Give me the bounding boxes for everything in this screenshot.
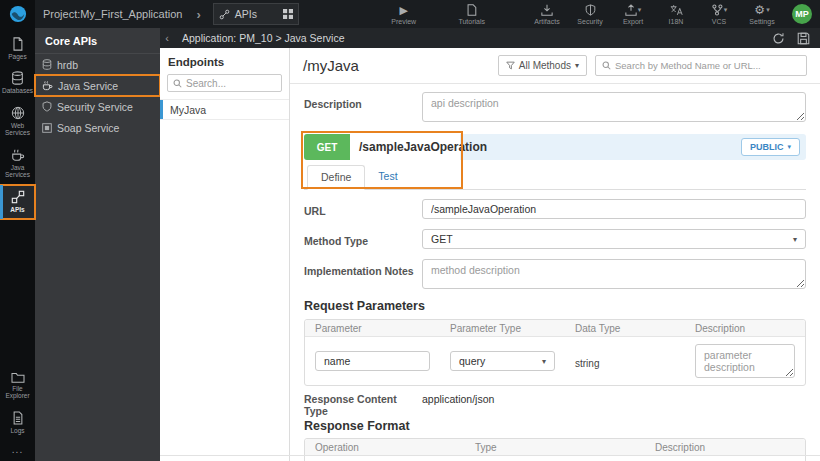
shield-icon	[585, 4, 596, 17]
api-icon	[219, 9, 230, 20]
url-input[interactable]	[422, 199, 806, 219]
tab-define[interactable]: Define	[307, 165, 365, 190]
security-label: Security	[577, 18, 602, 25]
endpoint-label: MyJava	[170, 104, 206, 116]
service-item-security-service[interactable]: Security Service	[35, 96, 160, 117]
endpoint-item-myjava[interactable]: MyJava	[160, 99, 289, 120]
save-icon[interactable]	[797, 32, 810, 45]
parameter-name-input[interactable]	[315, 351, 430, 371]
topbar-right-actions: Artifacts Security ▾ Export I18N	[530, 4, 820, 25]
parameter-type-select[interactable]: query ▾	[450, 351, 555, 371]
visibility-dropdown[interactable]: PUBLIC ▾	[741, 138, 800, 156]
apis-label: APIs	[10, 206, 24, 213]
data-type-value: string	[575, 353, 599, 369]
service-label: Security Service	[57, 101, 133, 113]
operation-tabs: Define Test	[304, 165, 806, 190]
project-name[interactable]: Project:My_First_Application	[43, 8, 182, 20]
preview-label: Preview	[391, 18, 416, 25]
operation-form: Description GET /sampleJavaOperation	[290, 84, 820, 461]
preview-button[interactable]: ▶ Preview	[387, 4, 421, 25]
description-textarea[interactable]	[422, 92, 806, 122]
folder-icon	[11, 371, 25, 383]
top-bar: Project:My_First_Application › APIs ▶ Pr…	[0, 0, 820, 28]
chevron-down-icon: ▾	[724, 4, 728, 16]
i18n-button[interactable]: I18N	[659, 4, 693, 25]
column-header: Operation	[305, 442, 465, 453]
table-header-row: Operation Type Description	[305, 439, 805, 456]
column-header: Data Type	[565, 323, 685, 334]
api-icon	[11, 190, 25, 204]
tab-apis[interactable]: APIs	[213, 3, 299, 25]
operation-path[interactable]: /sampleJavaOperation	[350, 134, 460, 160]
collapse-sidebar-icon[interactable]: ‹	[160, 32, 174, 44]
sidebar-item-logs[interactable]: Logs	[0, 406, 35, 440]
settings-label: Settings	[749, 18, 774, 25]
response-format-title: Response Format	[304, 419, 806, 433]
services-sidebar: Core APIs hrdb Java Service Security Ser…	[35, 28, 160, 461]
column-header: Description	[685, 323, 805, 334]
tutorials-label: Tutorials	[458, 18, 485, 25]
method-badge[interactable]: GET	[304, 134, 350, 160]
service-item-java-service[interactable]: Java Service	[35, 75, 160, 96]
app-logo[interactable]	[0, 0, 35, 28]
table-row: sampleJavaOperation string No descriptio…	[305, 456, 805, 461]
methods-filter-label: All Methods	[519, 60, 571, 71]
page-icon	[11, 37, 24, 51]
tutorials-button[interactable]: Tutorials	[455, 4, 489, 25]
chevron-down-icon: ▾	[793, 235, 797, 244]
sidebar-item-databases[interactable]: Databases	[0, 66, 35, 100]
tab-test[interactable]: Test	[365, 165, 410, 189]
service-label: Java Service	[58, 80, 118, 92]
vcs-label: VCS	[712, 18, 726, 25]
service-item-hrdb[interactable]: hrdb	[35, 54, 160, 75]
endpoints-search-input[interactable]	[186, 78, 276, 89]
tutorials-icon	[466, 4, 477, 17]
grid-icon[interactable]	[283, 9, 293, 19]
method-type-select[interactable]: GET ▾	[422, 229, 806, 249]
methods-filter-dropdown[interactable]: All Methods ▾	[498, 55, 587, 76]
topbar-center-actions: ▶ Preview Tutorials	[387, 4, 489, 25]
filter-icon	[506, 61, 515, 70]
chevron-right-icon: ›	[196, 7, 200, 22]
chevron-down-icon: ▾	[787, 143, 791, 151]
artifacts-button[interactable]: Artifacts	[530, 4, 564, 25]
app-window: Project:My_First_Application › APIs ▶ Pr…	[0, 0, 820, 461]
chevron-down-icon: ▾	[575, 61, 579, 70]
sidebar-item-file-explorer[interactable]: File Explorer	[0, 366, 35, 406]
more-options-button[interactable]: ...	[0, 440, 35, 461]
shield-icon	[42, 101, 52, 112]
user-avatar[interactable]: MP	[792, 4, 812, 24]
vcs-button[interactable]: ▾ VCS	[702, 4, 736, 25]
tab-apis-label: APIs	[235, 8, 278, 20]
security-button[interactable]: Security	[573, 4, 607, 25]
globe-icon	[11, 106, 25, 120]
sidebar-item-web-services[interactable]: Web Services	[0, 101, 35, 143]
log-icon	[12, 411, 24, 425]
implementation-notes-label: Implementation Notes	[304, 259, 422, 291]
method-search-input[interactable]	[615, 60, 800, 71]
response-content-type-value: application/json	[422, 393, 494, 417]
export-button[interactable]: ▾ Export	[616, 4, 650, 25]
service-item-soap-service[interactable]: Soap Service	[35, 117, 160, 138]
soap-icon	[42, 123, 52, 133]
settings-button[interactable]: ⚙▾ Settings	[745, 4, 779, 25]
more-icon: ...	[12, 444, 23, 455]
method-search[interactable]	[595, 55, 807, 76]
column-header: Parameter	[305, 323, 440, 334]
parameter-description-textarea[interactable]	[695, 344, 795, 378]
operation-bar[interactable]: GET /sampleJavaOperation PUBLIC ▾	[304, 134, 806, 160]
endpoints-search[interactable]	[167, 74, 282, 92]
column-header: Type	[465, 442, 645, 453]
service-label: hrdb	[57, 59, 78, 71]
table-row: query ▾ string	[305, 337, 805, 385]
implementation-notes-textarea[interactable]	[422, 259, 806, 289]
breadcrumb: Application: PM_10 > Java Service	[182, 32, 345, 44]
sidebar-item-apis[interactable]: APIs	[0, 185, 35, 219]
request-parameters-table: Parameter Parameter Type Data Type Descr…	[304, 319, 806, 386]
endpoints-panel: Endpoints MyJava	[160, 48, 290, 461]
services-panel-title: Core APIs	[35, 28, 160, 54]
refresh-icon[interactable]	[772, 32, 785, 45]
java-services-label: Java Services	[1, 164, 34, 179]
sidebar-item-java-services[interactable]: Java Services	[0, 143, 35, 185]
sidebar-item-pages[interactable]: Pages	[0, 32, 35, 66]
